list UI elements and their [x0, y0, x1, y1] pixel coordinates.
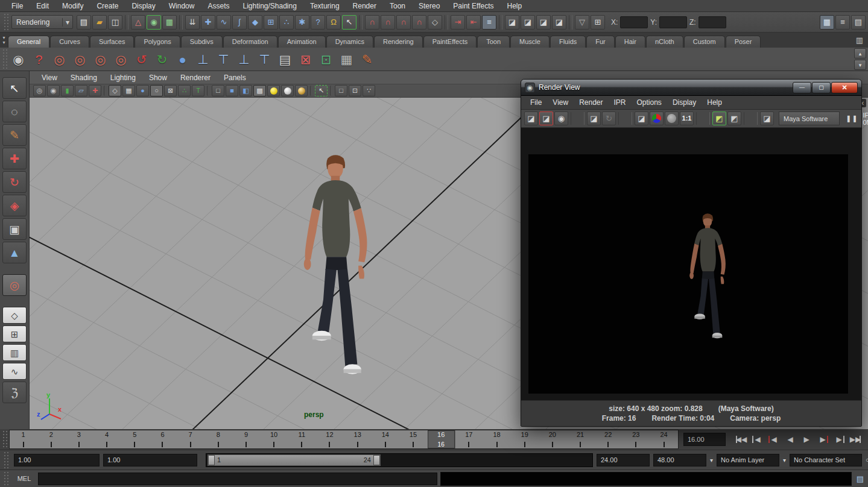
frame-cell[interactable]: 19: [511, 430, 539, 448]
shelf-tab-fluids[interactable]: Fluids: [550, 36, 586, 48]
shelf-tab-painteffects[interactable]: PaintEffects: [423, 36, 477, 48]
shelf-tab-menu-icon[interactable]: ▾: [0, 36, 8, 40]
frame-cell[interactable]: 17: [455, 430, 483, 448]
scale-tool-icon[interactable]: ◈: [2, 195, 27, 216]
ipr-render-icon[interactable]: ◪: [536, 15, 551, 30]
frame-cell[interactable]: 7: [177, 430, 204, 448]
frame-cell[interactable]: 20: [539, 430, 566, 448]
select-by-hierarchy-icon[interactable]: △: [131, 15, 145, 30]
animation-end-field[interactable]: 48.00: [653, 454, 706, 467]
use-all-lights-icon[interactable]: ∴: [178, 85, 191, 96]
play-backwards-button[interactable]: ◀: [783, 433, 797, 445]
camera-zoom-icon[interactable]: ◎: [112, 50, 130, 69]
shelf-tab-custom[interactable]: Custom: [684, 36, 725, 48]
camera-orbit-icon[interactable]: ◎: [50, 50, 69, 69]
pan-zoom-2d-icon[interactable]: ✚: [89, 85, 101, 96]
shelf-tab-poser[interactable]: Poser: [726, 36, 761, 48]
menu-file[interactable]: File: [5, 1, 30, 11]
texture-view-icon[interactable]: T: [192, 85, 204, 96]
rotate-tool-icon[interactable]: ↻: [2, 171, 27, 193]
select-by-object-icon[interactable]: ◉: [147, 15, 161, 30]
viewport-menu-view[interactable]: View: [36, 73, 63, 83]
mask-rendering-icon[interactable]: ✱: [295, 15, 309, 30]
create-node-icon[interactable]: ⊠: [296, 50, 315, 69]
menu-toon[interactable]: Toon: [383, 1, 412, 11]
frame-cell[interactable]: 18: [483, 430, 511, 448]
range-start-handle[interactable]: [208, 455, 215, 465]
close-button[interactable]: ✕: [831, 82, 858, 93]
z-coordinate-field[interactable]: [699, 16, 726, 28]
maya-logo-icon[interactable]: ℨ: [2, 382, 27, 403]
play-forwards-button[interactable]: ▶: [799, 433, 814, 445]
anim-layer-selector[interactable]: No Anim Layer: [717, 454, 779, 467]
textured-icon[interactable]: ⊠: [164, 85, 177, 96]
construction-history-icon[interactable]: ≡: [482, 15, 496, 30]
help-icon[interactable]: ?: [30, 50, 48, 69]
rv-menu-render[interactable]: Render: [574, 98, 608, 107]
graph-pane-layout-icon[interactable]: ∿: [2, 363, 27, 380]
x-coordinate-field[interactable]: [620, 16, 648, 28]
attribute-editor-icon[interactable]: ▤: [851, 15, 866, 30]
camera-pan-icon[interactable]: ◎: [71, 50, 89, 69]
rv-menu-view[interactable]: View: [547, 98, 574, 107]
textured-cube-icon[interactable]: ◧: [239, 85, 252, 96]
selection-mask-collapse-icon[interactable]: ⇊: [185, 15, 200, 30]
character-model[interactable]: [275, 144, 396, 396]
checker-material-icon[interactable]: ▩: [253, 85, 266, 96]
remove-image-icon[interactable]: ◩: [727, 112, 741, 125]
four-pane-layout-icon[interactable]: ⊞: [2, 325, 27, 342]
viewport-menu-panels[interactable]: Panels: [218, 73, 252, 83]
viewport-menu-lighting[interactable]: Lighting: [104, 73, 142, 83]
rv-menu-help[interactable]: Help: [702, 98, 727, 107]
camera-dolly-icon[interactable]: ◎: [91, 50, 110, 69]
frame-cell[interactable]: 21: [566, 430, 594, 448]
range-slider-track[interactable]: 1 24: [206, 453, 593, 467]
render-settings-icon[interactable]: ◪: [760, 112, 774, 125]
menu-stereo[interactable]: Stereo: [412, 1, 446, 11]
paint-effects-brush-icon[interactable]: ✎: [358, 50, 376, 69]
soft-modification-icon[interactable]: ▲: [2, 242, 27, 263]
assign-material-icon[interactable]: ⊡: [317, 50, 335, 69]
frame-cell[interactable]: 16 16: [428, 430, 455, 448]
instance-icon[interactable]: ▦: [337, 50, 356, 69]
make-live-icon[interactable]: ◇: [428, 15, 442, 30]
range-slider-grip[interactable]: [4, 451, 9, 468]
one-to-one-icon[interactable]: 1:1: [680, 112, 694, 125]
frame-cell[interactable]: 3: [65, 430, 93, 448]
undo-icon[interactable]: ↺: [132, 50, 151, 69]
isolate-select-icon[interactable]: ↖: [315, 85, 328, 96]
channel-box-icon[interactable]: ▦: [820, 15, 834, 30]
shelf-grip[interactable]: [2, 49, 8, 69]
mask-dynamics-icon[interactable]: ∴: [279, 15, 294, 30]
playback-end-field[interactable]: 24.00: [597, 454, 650, 467]
delete-unused-icon[interactable]: ●: [173, 50, 192, 69]
redo-icon[interactable]: ↻: [153, 50, 171, 69]
overlap-panes-icon[interactable]: ⊡: [349, 85, 361, 96]
frame-cell[interactable]: 6: [149, 430, 177, 448]
playback-start-field[interactable]: 1.00: [103, 454, 197, 467]
step-forward-frame-button[interactable]: ▶: [832, 433, 846, 445]
renderer-selector[interactable]: Maya Software: [779, 112, 840, 125]
shelf-tab-muscle[interactable]: Muscle: [510, 36, 550, 48]
render-view-titlebar[interactable]: ◉ Render View —▢✕: [521, 80, 861, 96]
region-render-icon[interactable]: ◪: [635, 112, 648, 125]
render-current-frame-icon[interactable]: ◪: [521, 15, 535, 30]
mask-curves-icon[interactable]: ∫: [232, 15, 247, 30]
lasso-tool-icon[interactable]: ◌: [2, 101, 27, 122]
wire-cube-icon[interactable]: □: [212, 85, 224, 96]
shelf-tab-ncloth[interactable]: nCloth: [646, 36, 683, 48]
lock-selection-icon[interactable]: Ω: [326, 15, 341, 30]
shelf-tab-hair[interactable]: Hair: [615, 36, 645, 48]
time-slider-grip[interactable]: [2, 430, 8, 448]
command-line-grip[interactable]: [4, 471, 9, 486]
film-reel-icon[interactable]: ◉: [9, 50, 28, 69]
frame-cell[interactable]: 15: [399, 430, 427, 448]
group-nodes-icon[interactable]: ⊥: [194, 50, 212, 69]
shelf-tab-surfaces[interactable]: Surfaces: [90, 36, 134, 48]
rv-menu-options[interactable]: Options: [632, 98, 667, 107]
frame-ruler[interactable]: 1 2 3 4 5 6 7 8: [9, 430, 679, 449]
menu-help[interactable]: Help: [501, 1, 529, 11]
render-current-frame-icon[interactable]: ◪: [539, 112, 553, 125]
move-tool-icon[interactable]: ✚: [2, 148, 27, 169]
shelf-tab-subdivs[interactable]: Subdivs: [181, 36, 223, 48]
